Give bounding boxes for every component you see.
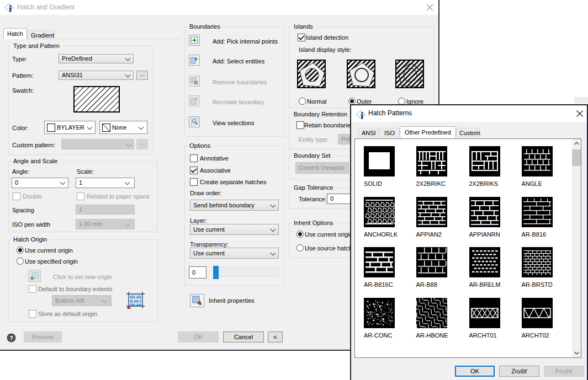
svg-text:?: ? xyxy=(9,335,13,341)
